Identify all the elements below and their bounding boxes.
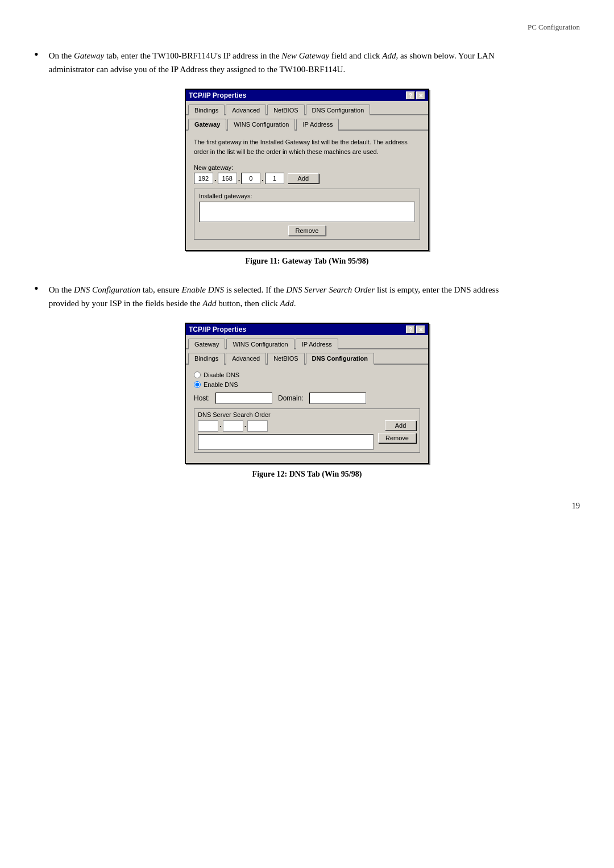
tab-ipaddress-2[interactable]: IP Address — [296, 339, 338, 349]
dns-search-order-label: DNS Server Search Order — [198, 411, 416, 418]
enable-dns-radio[interactable] — [194, 381, 201, 388]
enable-dns-label: Enable DNS — [204, 381, 238, 388]
dialog-2-titlebar-buttons: ? ✕ — [406, 326, 425, 333]
installed-gateways-label: Installed gateways: — [199, 193, 415, 199]
dns-add-remove-col: Add Remove — [378, 420, 416, 443]
tabs-row-2-bottom: Bindings Advanced NetBIOS DNS Configurat… — [186, 349, 428, 365]
dialog-1-description: The first gateway in the Installed Gatew… — [194, 137, 420, 156]
enable-dns-row: Enable DNS — [194, 381, 420, 388]
tab-netbios-2[interactable]: NetBIOS — [267, 353, 304, 365]
dialog-1-body: The first gateway in the Installed Gatew… — [186, 131, 428, 250]
dns-server-listbox[interactable] — [198, 434, 374, 450]
tab-advanced-1[interactable]: Advanced — [226, 105, 266, 115]
tabs-row-1-bottom: Gateway WINS Configuration IP Address — [186, 115, 428, 131]
remove-button-1[interactable]: Remove — [288, 226, 326, 236]
tabs-row-2-top: Gateway WINS Configuration IP Address — [186, 335, 428, 349]
help-button-2[interactable]: ? — [406, 326, 415, 333]
domain-input[interactable] — [309, 393, 366, 404]
new-gateway-label: New gateway: — [194, 164, 420, 171]
tab-advanced-2[interactable]: Advanced — [226, 353, 266, 365]
host-label: Host: — [194, 394, 210, 402]
tab-bindings-2[interactable]: Bindings — [188, 353, 225, 365]
tab-wins-2[interactable]: WINS Configuration — [226, 339, 294, 349]
dialog-2-titlebar: TCP/IP Properties ? ✕ — [186, 324, 428, 335]
ip-input-group-1: . . . — [194, 173, 284, 184]
dialog-1-titlebar-buttons: ? ✕ — [406, 91, 425, 99]
dialog-1-title: TCP/IP Properties — [189, 91, 246, 99]
dialog-1-titlebar: TCP/IP Properties ? ✕ — [186, 90, 428, 101]
domain-label: Domain: — [278, 394, 304, 402]
dialog-2-body: Disable DNS Enable DNS Host: Domain: DNS… — [186, 365, 428, 463]
tab-bindings-1[interactable]: Bindings — [188, 105, 225, 115]
ip-dot-1: . — [214, 174, 217, 183]
tab-gateway-2[interactable]: Gateway — [188, 339, 225, 349]
remove-button-2[interactable]: Remove — [378, 433, 416, 443]
tab-dns-config-1[interactable]: DNS Configuration — [306, 105, 371, 115]
figure-12-dialog: TCP/IP Properties ? ✕ Gateway WINS Confi… — [185, 323, 429, 464]
dns-ip-1[interactable] — [198, 420, 218, 432]
host-input[interactable] — [215, 393, 272, 404]
ip-dot-3: . — [262, 174, 264, 183]
ip-dot-2: . — [238, 174, 240, 183]
bullet-dot-2: • — [34, 281, 39, 296]
dns-ip-3[interactable] — [247, 420, 268, 432]
page-number: 19 — [34, 502, 580, 511]
dns-dot-2: · — [244, 422, 247, 431]
bullet-text-2: On the DNS Configuration tab, ensure Ena… — [49, 283, 515, 310]
tab-gateway-1[interactable]: Gateway — [188, 119, 226, 131]
tab-ipaddress-1[interactable]: IP Address — [296, 119, 339, 131]
tab-wins-1[interactable]: WINS Configuration — [227, 119, 295, 131]
disable-dns-radio[interactable] — [194, 372, 201, 378]
add-button-2[interactable]: Add — [385, 420, 416, 431]
bullet-dot-1: • — [34, 47, 39, 62]
ip-part-1[interactable] — [194, 173, 213, 184]
tab-netbios-1[interactable]: NetBIOS — [267, 105, 304, 115]
dns-search-order-group: DNS Server Search Order · · — [194, 408, 420, 453]
figure-11-caption: Figure 11: Gateway Tab (Win 95/98) — [246, 257, 369, 266]
ip-part-4[interactable] — [265, 173, 284, 184]
close-button-1[interactable]: ✕ — [416, 91, 425, 99]
installed-gateways-listbox[interactable] — [199, 202, 415, 222]
host-domain-row: Host: Domain: — [194, 393, 420, 404]
remove-row-1: Remove — [199, 226, 415, 236]
dns-dot-1: · — [219, 422, 222, 431]
disable-dns-row: Disable DNS — [194, 372, 420, 378]
installed-gateways-group: Installed gateways: Remove — [194, 189, 420, 240]
tabs-row-1-top: Bindings Advanced NetBIOS DNS Configurat… — [186, 101, 428, 115]
dns-input-area: · · Add Remove — [198, 420, 416, 450]
tab-dns-config-2[interactable]: DNS Configuration — [306, 353, 374, 365]
figure-11-dialog: TCP/IP Properties ? ✕ Bindings Advanced … — [185, 89, 429, 251]
close-button-2[interactable]: ✕ — [416, 326, 425, 333]
ip-part-2[interactable] — [218, 173, 237, 184]
dns-ip-2[interactable] — [223, 420, 243, 432]
figure-12-container: TCP/IP Properties ? ✕ Gateway WINS Confi… — [34, 323, 580, 479]
dns-ip-input-group: · · — [198, 420, 374, 432]
add-button-1[interactable]: Add — [288, 173, 319, 183]
figure-12-caption: Figure 12: DNS Tab (Win 95/98) — [252, 470, 362, 479]
bullet-text-1: On the Gateway tab, enter the TW100-BRF1… — [49, 49, 515, 76]
dialog-2-title: TCP/IP Properties — [189, 326, 246, 333]
ip-part-3[interactable] — [241, 173, 260, 184]
help-button-1[interactable]: ? — [406, 91, 415, 99]
dns-left-col: · · — [198, 420, 374, 450]
figure-11-container: TCP/IP Properties ? ✕ Bindings Advanced … — [34, 89, 580, 266]
disable-dns-label: Disable DNS — [204, 372, 239, 378]
page-header: PC Configuration — [34, 23, 580, 32]
new-gateway-field-row: . . . Add — [194, 173, 420, 184]
